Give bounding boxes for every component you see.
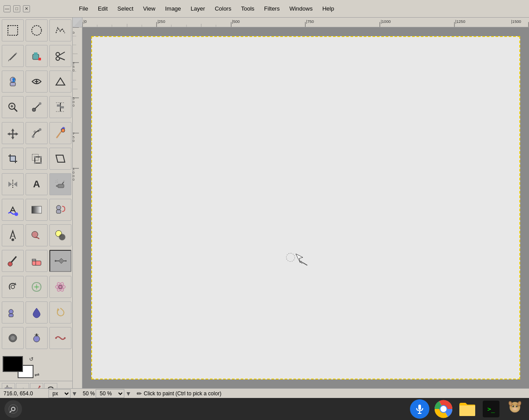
ink-brush-tool[interactable] (26, 327, 48, 349)
taskbar: >_ (0, 398, 529, 420)
move-tool[interactable] (2, 122, 24, 144)
status-unit: px mm in ▼ (48, 389, 78, 398)
svg-point-108 (59, 285, 62, 289)
crop-tool[interactable] (2, 148, 24, 170)
svg-marker-157 (296, 254, 303, 263)
clone-tool[interactable]: 👤 (2, 71, 24, 93)
svg-line-33 (60, 58, 65, 60)
foreground-color-swatch[interactable] (3, 356, 23, 372)
dodge-burn-tool[interactable] (49, 224, 71, 246)
svg-text:|250: |250 (157, 19, 165, 24)
menu-view[interactable]: View (139, 4, 160, 14)
paintbrush-tool[interactable] (2, 250, 24, 272)
menu-edit[interactable]: Edit (93, 4, 112, 14)
zoom-selector[interactable]: 50 % 100 % 25 % 200 % (96, 389, 124, 398)
taskbar-microphone-button[interactable] (410, 399, 429, 419)
align-tool[interactable] (49, 96, 71, 118)
perspective-clone-tool[interactable] (49, 71, 71, 93)
free-select-tool[interactable] (49, 19, 71, 41)
svg-text:|1250: |1250 (455, 19, 466, 24)
svg-text:A: A (6, 385, 8, 388)
heal2-tool[interactable] (2, 301, 24, 323)
color-picker-tool[interactable] (49, 122, 71, 144)
airbrush-tool[interactable] (49, 173, 71, 195)
transform-tool[interactable] (26, 148, 48, 170)
rotate2-tool[interactable] (49, 301, 71, 323)
warp-tool[interactable] (49, 327, 71, 349)
taskbar-search-button[interactable] (4, 400, 22, 418)
color-swap-icon[interactable]: ⇌ (34, 371, 40, 378)
minimize-button[interactable]: — (4, 5, 11, 12)
close-button[interactable]: ✕ (23, 5, 30, 12)
svg-rect-24 (8, 26, 18, 35)
svg-point-86 (15, 212, 18, 216)
svg-marker-75 (8, 182, 12, 187)
clone-stamp-tool[interactable] (49, 199, 71, 221)
gimp-canvas[interactable] (91, 36, 520, 379)
svg-point-168 (440, 406, 447, 412)
rectangle-select-tool[interactable] (2, 19, 24, 41)
taskbar-gimp-button[interactable] (505, 399, 525, 419)
svg-point-105 (11, 285, 15, 289)
measure-tool[interactable] (26, 96, 48, 118)
maximize-button[interactable]: □ (13, 5, 20, 12)
rotate-tool[interactable] (2, 276, 24, 298)
pencil-tool[interactable] (2, 45, 24, 67)
menu-file[interactable]: File (75, 4, 93, 14)
airbrush3-tool[interactable] (2, 327, 24, 349)
paint-bucket-tool[interactable] (26, 45, 48, 67)
bucket-fill-tool[interactable] (2, 199, 24, 221)
flip-tool[interactable] (2, 173, 24, 195)
menu-help[interactable]: Help (318, 4, 339, 14)
clone-natural-tool[interactable] (26, 276, 48, 298)
shear-tool[interactable] (49, 148, 71, 170)
menu-windows[interactable]: Windows (285, 4, 317, 14)
svg-point-112 (9, 309, 13, 314)
path-tool[interactable] (26, 122, 48, 144)
ruler-vertical: 0 2 5 0 5 0 0 7 5 0 1 0 0 0 (73, 27, 82, 388)
water-drop-tool[interactable] (26, 301, 48, 323)
svg-rect-98 (32, 259, 36, 261)
menu-filters[interactable]: Filters (260, 4, 284, 14)
taskbar-chrome-button[interactable] (434, 399, 453, 419)
text-tool[interactable]: A (26, 173, 48, 195)
svg-marker-76 (14, 182, 17, 187)
svg-text:2: 2 (73, 62, 75, 65)
color-reset-icon[interactable]: ↺ (29, 356, 34, 362)
canvas-area[interactable] (82, 27, 529, 388)
unit-dropdown-icon[interactable]: ▼ (71, 390, 78, 397)
svg-text:0: 0 (73, 32, 75, 34)
menu-image[interactable]: Image (160, 4, 185, 14)
airbrush-tool-2[interactable] (49, 250, 71, 272)
title-bar: — □ ✕ (0, 0, 73, 18)
svg-text:5: 5 (73, 65, 75, 68)
taskbar-files-button[interactable] (458, 399, 477, 419)
svg-point-59 (61, 129, 65, 132)
ink-tool[interactable] (2, 224, 24, 246)
blend-tool[interactable] (26, 199, 48, 221)
status-hint-text: Click to paint (Ctrl to pick a color) (144, 390, 221, 397)
svg-marker-71 (56, 155, 65, 162)
zoom-tool[interactable] (2, 96, 24, 118)
svg-rect-28 (34, 52, 37, 55)
svg-point-96 (8, 262, 12, 266)
svg-text:0: 0 (73, 104, 75, 107)
heal-tool[interactable] (26, 71, 48, 93)
taskbar-terminal-button[interactable]: >_ (481, 399, 501, 419)
svg-point-117 (34, 336, 40, 342)
ellipse-select-tool[interactable] (26, 19, 48, 41)
menu-tools[interactable]: Tools (237, 4, 259, 14)
status-hint: ✏ Click to paint (Ctrl to pick a color) (137, 390, 221, 397)
menu-select[interactable]: Select (113, 4, 138, 14)
menu-layer[interactable]: Layer (186, 4, 210, 14)
zoom-dropdown-icon[interactable]: ▼ (125, 390, 131, 397)
scissors-tool[interactable] (49, 45, 71, 67)
smudge-tool[interactable] (26, 224, 48, 246)
menu-colors[interactable]: Colors (210, 4, 236, 14)
unit-selector[interactable]: px mm in (48, 389, 71, 398)
spin-tool[interactable] (49, 276, 71, 298)
ruler-corner (73, 18, 82, 27)
svg-text:0: 0 (73, 175, 75, 178)
eraser-tool[interactable] (26, 250, 48, 272)
svg-marker-0 (74, 19, 81, 26)
